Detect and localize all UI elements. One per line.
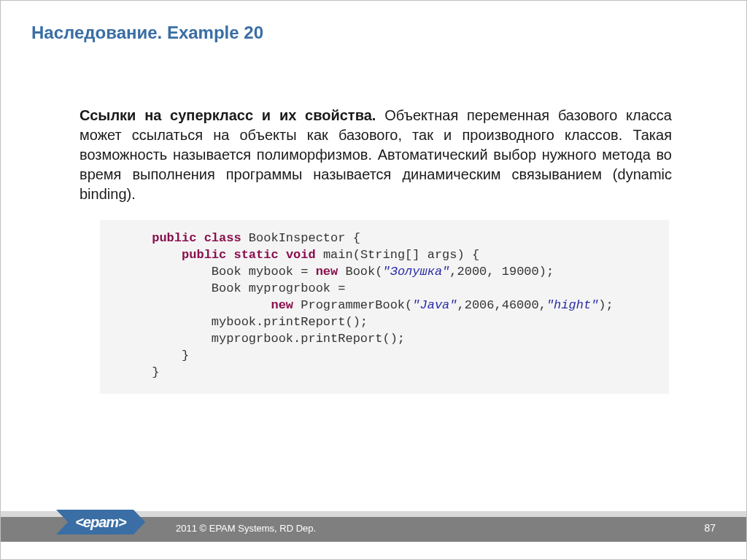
footer-copyright: 2011 © EPAM Systems, RD Dep. [176,523,316,534]
code-line-5: new ProgrammerBook("Java",2006,46000,"hi… [107,298,614,312]
code-line-1: public class BookInspector { [107,231,360,245]
footer-bar: <epam> 2011 © EPAM Systems, RD Dep. 87 [1,517,746,542]
code-line-4: Book myprogrbook = [107,281,345,295]
code-line-2: public static void main(String[] args) { [107,248,479,262]
code-line-8: } [107,349,189,362]
paragraph-lead: Ссылки на суперкласс и их свойства. [80,107,376,123]
epam-logo: <epam> [56,510,145,534]
code-line-6: mybook.printReport(); [107,315,368,329]
code-line-3: Book mybook = new Book("Золушка",2000, 1… [107,265,554,279]
slide-title: Наследование. Example 20 [31,23,263,43]
code-line-7: myprogrbook.printReport(); [107,332,405,346]
slide-body: Ссылки на суперкласс и их свойства. Объе… [80,106,672,394]
page-number: 87 [704,522,716,534]
code-block: public class BookInspector { public stat… [100,220,669,394]
body-paragraph: Ссылки на суперкласс и их свойства. Объе… [80,106,672,204]
code-line-9: } [107,365,159,379]
logo-text: <epam> [75,514,126,531]
slide: Наследование. Example 20 Ссылки на супер… [0,0,747,560]
